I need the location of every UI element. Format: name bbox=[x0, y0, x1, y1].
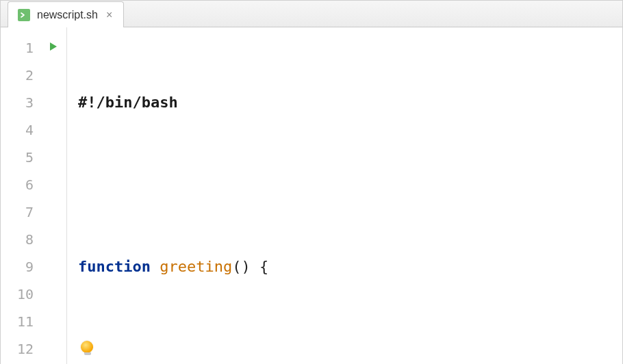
run-icon[interactable] bbox=[48, 41, 59, 55]
line-number[interactable]: 4 bbox=[1, 116, 40, 144]
run-gutter bbox=[40, 27, 66, 364]
keyword-function: function bbox=[78, 258, 151, 275]
shell-file-icon bbox=[18, 9, 30, 21]
line-number[interactable]: 6 bbox=[1, 171, 40, 198]
line-number[interactable]: 3 bbox=[1, 89, 40, 116]
shebang: #!/bin/bash bbox=[78, 94, 178, 111]
function-name: greeting bbox=[160, 258, 232, 275]
line-number-gutter: 1 2 3 4 5 6 7 8 9 10 11 12 bbox=[1, 27, 40, 364]
close-icon[interactable]: × bbox=[105, 10, 114, 21]
tab-bar: newscript.sh × bbox=[1, 1, 622, 27]
tab-newscript[interactable]: newscript.sh × bbox=[8, 1, 124, 27]
code-line[interactable] bbox=[68, 171, 622, 198]
line-number[interactable]: 9 bbox=[1, 253, 40, 281]
line-number[interactable]: 7 bbox=[1, 198, 40, 226]
editor-root: newscript.sh × 1 2 3 4 5 6 7 8 9 10 11 1… bbox=[0, 0, 623, 364]
line-number[interactable]: 10 bbox=[1, 281, 40, 308]
intention-bulb-icon[interactable] bbox=[81, 341, 94, 354]
code-line[interactable]: function greeting() { bbox=[68, 253, 622, 281]
code-line[interactable]: #!/bin/bash bbox=[68, 89, 622, 116]
editor-body: 1 2 3 4 5 6 7 8 9 10 11 12 #!/bin/ba bbox=[1, 27, 622, 364]
line-number[interactable]: 12 bbox=[1, 335, 40, 363]
line-number[interactable]: 8 bbox=[1, 226, 40, 253]
gutter-divider bbox=[66, 27, 67, 364]
line-number[interactable]: 11 bbox=[1, 308, 40, 335]
code-line[interactable]: hello="Hello, $name" bbox=[68, 335, 622, 363]
tab-filename: newscript.sh bbox=[37, 9, 98, 21]
line-number[interactable]: 2 bbox=[1, 62, 40, 89]
line-number[interactable]: 1 bbox=[1, 34, 40, 62]
code-area[interactable]: #!/bin/bash function greeting() { hello=… bbox=[68, 27, 622, 364]
line-number[interactable]: 5 bbox=[1, 144, 40, 171]
